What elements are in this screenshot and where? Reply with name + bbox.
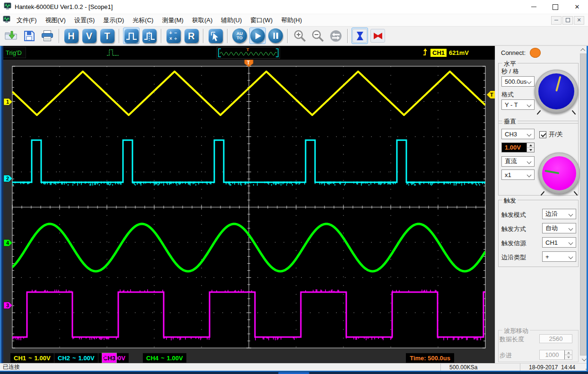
control-panel: Connect: 水平 秒 / 格 500.0us 格式 Y - T 垂直 CH… bbox=[495, 46, 588, 363]
scope-display-area: Trig'D T CH1 621mV 1243TT Time: 500.0us … bbox=[0, 46, 495, 363]
menu-item-0[interactable]: 文件(F) bbox=[12, 14, 41, 27]
toolbar-print-button[interactable] bbox=[39, 27, 55, 44]
toolbar-vertical-setup-button[interactable]: V bbox=[81, 27, 97, 44]
minimize-button[interactable] bbox=[523, 0, 544, 14]
menu-item-1[interactable]: 视图(V) bbox=[41, 14, 70, 27]
channel-name: CH1 bbox=[14, 355, 26, 362]
title-bar: Hantek-6000EU Ver1.0.2 - [Scope1] bbox=[0, 0, 588, 14]
channel-readout-ch4[interactable]: CH4~1.00V bbox=[143, 353, 186, 363]
datetime: 18-09-2017 14:44 bbox=[520, 364, 581, 371]
channel-onoff-label: 开/关 bbox=[549, 130, 563, 139]
svg-text:T: T bbox=[246, 47, 249, 52]
trigger-status-label: Trig'D bbox=[1, 47, 26, 58]
rising-edge-icon bbox=[422, 48, 428, 58]
scope-graticule[interactable]: 1243TT bbox=[0, 60, 495, 353]
vertical-position-knob[interactable] bbox=[538, 152, 580, 194]
trigger-row-label-3: 边沿类型 bbox=[501, 253, 526, 262]
panel-scrollbar-thumb[interactable] bbox=[580, 53, 587, 356]
scroll-down-arrow[interactable] bbox=[580, 356, 587, 363]
menu-item-6[interactable]: 获取(A) bbox=[188, 14, 217, 27]
horizontal-position-knob[interactable] bbox=[535, 70, 578, 113]
toolbar-separator bbox=[227, 29, 228, 43]
toolbar-separator bbox=[119, 29, 120, 43]
toolbar-pulse-dotted-view-button[interactable] bbox=[141, 27, 158, 44]
mdi-child-icon bbox=[3, 16, 10, 25]
trigger-level-value: 621mV bbox=[449, 49, 469, 56]
toolbar-cursor-measure-button[interactable] bbox=[207, 27, 224, 44]
toolbar: HVT+ −× ÷RAUTO bbox=[0, 27, 588, 46]
toolbar-pause-button[interactable] bbox=[267, 27, 284, 44]
menu-item-2[interactable]: 设置(S) bbox=[70, 14, 99, 27]
mdi-restore-button[interactable] bbox=[562, 16, 573, 25]
maximize-button[interactable] bbox=[544, 0, 566, 14]
scroll-up-arrow[interactable] bbox=[580, 46, 587, 53]
toolbar-run-button[interactable] bbox=[249, 27, 266, 44]
toolbar-swap-button[interactable] bbox=[327, 27, 344, 44]
channel-select[interactable]: CH3 bbox=[501, 129, 535, 139]
app-icon bbox=[4, 2, 11, 11]
toolbar-separator bbox=[59, 29, 60, 43]
trigger-row-label-1: 触发方式 bbox=[501, 225, 526, 233]
waveform-preview[interactable]: T bbox=[217, 47, 280, 59]
toolbar-trigger-setup-button[interactable]: T bbox=[99, 27, 115, 44]
channel-scale: 1.00V bbox=[79, 355, 95, 362]
hantek-scope-window: { "window": { "title": "Hantek-6000EU Ve… bbox=[0, 0, 588, 374]
channel-readout-ch3[interactable]: CH31.00V bbox=[98, 353, 129, 363]
pulse-indicator-icon bbox=[106, 48, 120, 59]
toolbar-open-button[interactable] bbox=[3, 27, 19, 44]
volts-per-div-spinner[interactable]: 1.00V bbox=[501, 142, 535, 152]
toolbar-pulse-view-button[interactable] bbox=[123, 27, 140, 44]
step-spinner[interactable]: 1000 bbox=[539, 350, 572, 360]
toolbar-separator bbox=[287, 29, 288, 43]
menu-item-8[interactable]: 窗口(W) bbox=[246, 14, 277, 27]
format-label: 格式 bbox=[501, 90, 514, 99]
menu-item-3[interactable]: 显示(D) bbox=[99, 14, 128, 27]
trigger-row-select-1[interactable]: 自动 bbox=[542, 223, 576, 233]
channel-readout-ch1[interactable]: CH1~1.00V bbox=[10, 353, 54, 363]
trigger-row-select-3[interactable]: + bbox=[542, 251, 576, 262]
channel-scale: 1.00V bbox=[35, 355, 51, 362]
menu-item-4[interactable]: 光标(C) bbox=[128, 14, 158, 27]
ac-coupling-icon: ~ bbox=[72, 355, 76, 362]
panel-scrollbar[interactable] bbox=[580, 46, 587, 363]
trigger-status-bar: Trig'D T CH1 621mV bbox=[0, 46, 495, 60]
channel-onoff-checkbox[interactable] bbox=[539, 131, 546, 138]
channel-readout-ch2[interactable]: CH2~1.00V bbox=[54, 353, 98, 363]
svg-text:T: T bbox=[490, 92, 493, 98]
svg-text:2: 2 bbox=[6, 176, 9, 181]
menu-item-5[interactable]: 测量(M) bbox=[158, 14, 188, 27]
toolbar-save-button[interactable] bbox=[21, 27, 37, 44]
toolbar-zoom-out-button[interactable] bbox=[309, 27, 326, 44]
mdi-close-button[interactable] bbox=[574, 16, 584, 25]
svg-text:T: T bbox=[247, 60, 250, 65]
toolbar-separator bbox=[203, 29, 204, 43]
toolbar-horizontal-setup-button[interactable]: H bbox=[63, 27, 79, 44]
channel-name: CH2 bbox=[58, 355, 70, 362]
vertical-group-title: 垂直 bbox=[502, 117, 518, 126]
coupling-select[interactable]: 直流 bbox=[501, 156, 535, 167]
trigger-row-label-0: 触发模式 bbox=[501, 211, 526, 219]
menu-item-7[interactable]: 辅助(U) bbox=[217, 14, 246, 27]
toolbar-reference-button[interactable]: R bbox=[183, 27, 200, 44]
data-length-input[interactable]: 2560 bbox=[539, 334, 572, 343]
trigger-row-select-2[interactable]: CH1 bbox=[542, 237, 576, 248]
probe-select[interactable]: x1 bbox=[501, 169, 535, 180]
toolbar-compress-blue-button[interactable] bbox=[351, 27, 368, 44]
format-select[interactable]: Y - T bbox=[501, 99, 535, 110]
trigger-readout: CH1 621mV bbox=[422, 47, 469, 58]
close-button[interactable] bbox=[566, 0, 588, 14]
connection-status: 已连接 bbox=[0, 363, 440, 371]
connect-label: Connect: bbox=[501, 49, 526, 56]
channel-name: CH4 bbox=[146, 355, 158, 362]
toolbar-auto-set-button[interactable]: AUTO bbox=[231, 27, 248, 44]
sec-per-div-select[interactable]: 500.0us bbox=[501, 76, 535, 87]
toolbar-expand-red-button[interactable] bbox=[369, 27, 386, 44]
svg-text:3: 3 bbox=[6, 303, 9, 308]
mdi-minimize-button[interactable] bbox=[551, 16, 562, 25]
ac-coupling-icon: ~ bbox=[28, 355, 32, 362]
toolbar-math-button[interactable]: + −× ÷ bbox=[165, 27, 182, 44]
channel-status-bar: Time: 500.0us CH1~1.00VCH2~1.00VCH31.00V… bbox=[0, 353, 495, 363]
trigger-row-select-0[interactable]: 边沿 bbox=[542, 209, 576, 219]
toolbar-zoom-in-button[interactable] bbox=[291, 27, 308, 44]
menu-item-9[interactable]: 帮助(H) bbox=[277, 14, 306, 27]
